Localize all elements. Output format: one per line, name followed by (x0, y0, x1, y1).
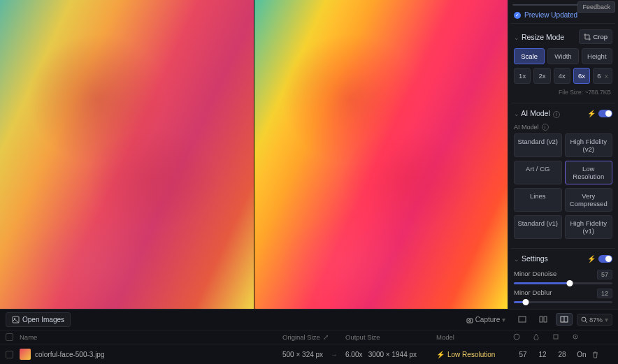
col-denoise-icon (513, 333, 533, 341)
model-standard-v1[interactable]: Standard (v1) (514, 215, 562, 239)
table-row[interactable]: colorful-face-500-3.jpg 500 × 324 px → 6… (0, 344, 618, 364)
chevron-down-icon: ⌄ (514, 34, 519, 41)
scale-custom[interactable]: 6 x (593, 68, 612, 84)
preview-after (254, 0, 508, 309)
table-header: Name Original Size ⤢ Output Size Model (0, 330, 618, 344)
model-low-resolution[interactable]: Low Resolution (565, 161, 613, 184)
crop-button[interactable]: Crop (579, 29, 612, 44)
model-high-fidelity-v2[interactable]: High Fidelity (v2) (565, 133, 613, 157)
view-split-icon[interactable] (535, 313, 552, 326)
arrow-right-icon: → (331, 351, 338, 358)
col-name[interactable]: Name (20, 333, 282, 341)
check-icon: ✓ (514, 12, 521, 19)
delete-row-button[interactable] (591, 351, 612, 358)
view-single-icon[interactable] (514, 313, 531, 326)
denoise-slider[interactable] (514, 282, 612, 284)
chevron-down-icon: ⌄ (514, 256, 519, 263)
denoise-label: Minor Denoise (514, 270, 556, 279)
search-icon (581, 316, 587, 323)
scale-1x[interactable]: 1x (514, 68, 531, 84)
row-denoise: 57 (513, 351, 533, 358)
bolt-icon: ⚡ (436, 351, 445, 358)
row-multiplier: 6.00x (345, 351, 362, 358)
svg-point-4 (468, 320, 470, 322)
expand-icon: ⤢ (323, 333, 329, 341)
settings-toggle[interactable] (598, 255, 612, 263)
zoom-control[interactable]: 87% ▾ (577, 314, 612, 326)
col-model[interactable]: Model (436, 333, 513, 341)
row-filename: colorful-face-500-3.jpg (35, 351, 105, 358)
row-deblur: 12 (533, 351, 552, 358)
svg-rect-7 (544, 316, 547, 322)
chevron-down-icon: ⌄ (514, 110, 519, 117)
model-lines[interactable]: Lines (514, 188, 562, 212)
model-high-fidelity-v1[interactable]: High Fidelity (v1) (565, 215, 613, 239)
camera-icon (466, 316, 473, 323)
deblur-value[interactable]: 12 (597, 289, 612, 298)
svg-rect-13 (554, 335, 558, 339)
filesize-label: File Size: ~788.7KB (511, 87, 615, 97)
image-icon (12, 316, 20, 323)
bolt-icon: ⚡ (587, 255, 596, 263)
col-opt3-icon (552, 333, 572, 341)
deblur-slider[interactable] (514, 301, 612, 303)
sidebar: ⋮ ✓ Preview Updated ⌄ Resize Mode Crop S… (508, 0, 618, 309)
status-text: Preview Updated (524, 11, 577, 19)
ai-sub-label: AI Modeli (511, 122, 615, 134)
bolt-icon: ⚡ (587, 110, 596, 117)
scale-2x[interactable]: 2x (533, 68, 550, 84)
col-deblur-icon (533, 333, 552, 341)
svg-rect-3 (467, 319, 473, 323)
tab-scale[interactable]: Scale (514, 48, 545, 64)
crop-icon (584, 34, 591, 41)
denoise-value[interactable]: 57 (597, 270, 612, 279)
col-opt4-icon (572, 333, 591, 341)
settings-section-header[interactable]: ⌄ Settings ⚡ (511, 254, 615, 267)
model-art-cg[interactable]: Art / CG (514, 161, 562, 184)
svg-point-12 (514, 334, 519, 340)
tab-height[interactable]: Height (582, 48, 612, 64)
row-v3: 28 (552, 351, 572, 358)
ai-toggle[interactable] (598, 110, 612, 117)
preview-compare[interactable] (0, 0, 508, 309)
feedback-button[interactable]: Feedback (577, 1, 615, 13)
info-icon[interactable]: i (542, 124, 549, 131)
row-model: Low Resolution (447, 351, 495, 358)
scale-6x[interactable]: 6x (573, 68, 590, 84)
model-standard-v2[interactable]: Standard (v2) (514, 133, 562, 157)
svg-line-11 (585, 321, 587, 323)
view-side-icon[interactable] (556, 313, 573, 326)
bottom-panel: Open Images Capture ▾ 87% ▾ Name (0, 309, 618, 364)
row-thumbnail (20, 349, 31, 360)
capture-button[interactable]: Capture ▾ (462, 313, 510, 326)
info-icon[interactable]: i (553, 111, 560, 118)
model-very-compressed[interactable]: Very Compressed (565, 188, 613, 212)
col-original-size[interactable]: Original Size ⤢ (282, 333, 345, 341)
resize-section-header[interactable]: ⌄ Resize Mode Crop (511, 29, 615, 48)
scale-4x[interactable]: 4x (554, 68, 570, 84)
svg-point-15 (575, 336, 576, 337)
svg-rect-5 (519, 316, 526, 322)
tab-width[interactable]: Width (547, 48, 578, 64)
col-output-size[interactable]: Output Size (345, 333, 436, 341)
select-all-checkbox[interactable] (6, 333, 13, 341)
preview-before (0, 0, 254, 309)
row-output-size: 3000 × 1944 px (368, 351, 417, 358)
svg-rect-6 (540, 316, 542, 322)
ai-section-header[interactable]: ⌄ AI Modeli ⚡ (511, 109, 615, 122)
deblur-label: Minor Deblur (514, 289, 552, 298)
open-images-button[interactable]: Open Images (6, 312, 71, 327)
trash-icon (591, 351, 599, 358)
row-original-size: 500 × 324 px (282, 351, 323, 358)
row-checkbox[interactable] (6, 351, 13, 358)
row-v4: On (572, 351, 591, 358)
